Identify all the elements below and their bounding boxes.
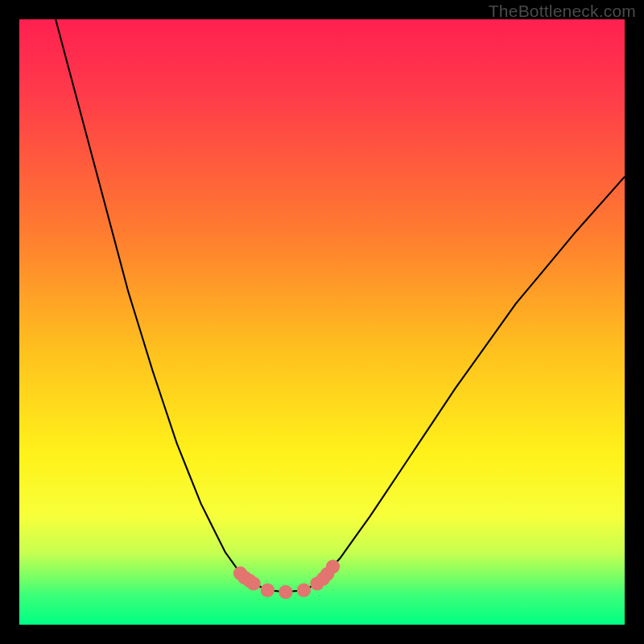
- trough-marker-dot: [297, 583, 311, 597]
- trough-markers: [233, 559, 340, 599]
- bottleneck-curve: [56, 19, 625, 592]
- chart-frame: [19, 19, 625, 625]
- trough-marker-dot: [326, 559, 340, 573]
- curve-layer: [19, 19, 625, 625]
- watermark-text: TheBottleneck.com: [489, 2, 636, 21]
- trough-marker-dot: [279, 585, 292, 599]
- trough-marker-dot: [261, 583, 275, 597]
- trough-marker-dot: [246, 576, 260, 590]
